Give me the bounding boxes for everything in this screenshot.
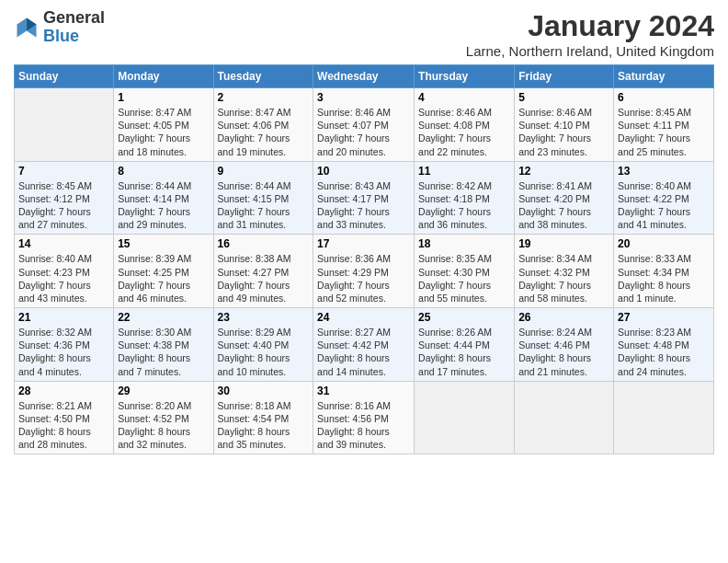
calendar-cell: 20Sunrise: 8:33 AMSunset: 4:34 PMDayligh… (614, 235, 714, 308)
logo-icon (14, 15, 40, 40)
cell-content: Sunrise: 8:29 AMSunset: 4:40 PMDaylight:… (218, 326, 310, 378)
day-number: 13 (618, 165, 710, 178)
col-saturday: Saturday (614, 65, 714, 88)
calendar-cell: 16Sunrise: 8:38 AMSunset: 4:27 PMDayligh… (213, 235, 313, 308)
day-number: 6 (618, 91, 710, 104)
calendar-cell: 11Sunrise: 8:42 AMSunset: 4:18 PMDayligh… (415, 161, 515, 235)
col-wednesday: Wednesday (313, 65, 415, 88)
day-number: 29 (118, 385, 209, 397)
calendar-cell: 29Sunrise: 8:20 AMSunset: 4:52 PMDayligh… (114, 381, 213, 454)
day-number: 7 (18, 165, 109, 178)
day-number: 24 (317, 311, 410, 324)
day-number: 28 (18, 385, 109, 397)
month-title: January 2024 (466, 9, 714, 43)
calendar-header: Sunday Monday Tuesday Wednesday Thursday… (15, 65, 714, 88)
day-number: 10 (317, 165, 410, 178)
calendar-cell: 8Sunrise: 8:44 AMSunset: 4:14 PMDaylight… (114, 161, 213, 235)
calendar-cell: 25Sunrise: 8:26 AMSunset: 4:44 PMDayligh… (415, 308, 515, 382)
col-sunday: Sunday (15, 65, 114, 88)
calendar-cell: 23Sunrise: 8:29 AMSunset: 4:40 PMDayligh… (213, 308, 313, 382)
calendar-cell (515, 381, 614, 454)
calendar-cell: 30Sunrise: 8:18 AMSunset: 4:54 PMDayligh… (213, 381, 313, 454)
cell-content: Sunrise: 8:41 AMSunset: 4:20 PMDaylight:… (518, 179, 609, 232)
day-number: 8 (118, 165, 209, 178)
cell-content: Sunrise: 8:26 AMSunset: 4:44 PMDaylight:… (418, 326, 510, 378)
day-number: 18 (418, 237, 510, 250)
day-number: 17 (317, 237, 410, 250)
cell-content: Sunrise: 8:18 AMSunset: 4:54 PMDaylight:… (218, 399, 310, 452)
day-number: 3 (317, 91, 410, 104)
cell-content: Sunrise: 8:42 AMSunset: 4:18 PMDaylight:… (418, 179, 510, 232)
calendar-cell: 9Sunrise: 8:44 AMSunset: 4:15 PMDaylight… (213, 161, 313, 235)
cell-content: Sunrise: 8:46 AMSunset: 4:07 PMDaylight:… (317, 106, 410, 158)
calendar-cell: 13Sunrise: 8:40 AMSunset: 4:22 PMDayligh… (614, 161, 714, 235)
calendar-cell: 14Sunrise: 8:40 AMSunset: 4:23 PMDayligh… (15, 235, 114, 308)
cell-content: Sunrise: 8:40 AMSunset: 4:23 PMDaylight:… (18, 252, 109, 304)
calendar-cell: 5Sunrise: 8:46 AMSunset: 4:10 PMDaylight… (515, 88, 614, 162)
day-number: 23 (218, 311, 310, 324)
cell-content: Sunrise: 8:45 AMSunset: 4:11 PMDaylight:… (618, 106, 710, 158)
calendar-cell (614, 381, 714, 454)
day-number: 27 (618, 311, 710, 324)
calendar-cell: 7Sunrise: 8:45 AMSunset: 4:12 PMDaylight… (15, 161, 114, 235)
calendar-cell: 31Sunrise: 8:16 AMSunset: 4:56 PMDayligh… (313, 381, 415, 454)
day-number: 30 (218, 385, 310, 397)
day-number: 4 (418, 91, 510, 104)
day-number: 15 (118, 237, 209, 250)
day-number: 14 (18, 237, 109, 250)
page: General Blue January 2024 Larne, Norther… (0, 0, 728, 563)
cell-content: Sunrise: 8:44 AMSunset: 4:15 PMDaylight:… (218, 179, 310, 232)
header: General Blue January 2024 Larne, Norther… (14, 9, 714, 59)
week-row-4: 21Sunrise: 8:32 AMSunset: 4:36 PMDayligh… (15, 308, 714, 382)
cell-content: Sunrise: 8:20 AMSunset: 4:52 PMDaylight:… (118, 399, 209, 452)
calendar-cell: 6Sunrise: 8:45 AMSunset: 4:11 PMDaylight… (614, 88, 714, 162)
week-row-2: 7Sunrise: 8:45 AMSunset: 4:12 PMDaylight… (15, 161, 714, 235)
calendar-body: 1Sunrise: 8:47 AMSunset: 4:05 PMDaylight… (15, 88, 714, 454)
cell-content: Sunrise: 8:39 AMSunset: 4:25 PMDaylight:… (118, 252, 209, 304)
col-tuesday: Tuesday (213, 65, 313, 88)
calendar-table: Sunday Monday Tuesday Wednesday Thursday… (14, 64, 714, 454)
cell-content: Sunrise: 8:32 AMSunset: 4:36 PMDaylight:… (18, 326, 109, 378)
calendar-cell: 2Sunrise: 8:47 AMSunset: 4:06 PMDaylight… (213, 88, 313, 162)
cell-content: Sunrise: 8:35 AMSunset: 4:30 PMDaylight:… (418, 252, 510, 304)
day-number: 20 (618, 237, 710, 250)
calendar-cell: 18Sunrise: 8:35 AMSunset: 4:30 PMDayligh… (415, 235, 515, 308)
cell-content: Sunrise: 8:47 AMSunset: 4:06 PMDaylight:… (218, 106, 310, 158)
day-number: 25 (418, 311, 510, 324)
calendar-cell: 17Sunrise: 8:36 AMSunset: 4:29 PMDayligh… (313, 235, 415, 308)
cell-content: Sunrise: 8:43 AMSunset: 4:17 PMDaylight:… (317, 179, 410, 232)
cell-content: Sunrise: 8:27 AMSunset: 4:42 PMDaylight:… (317, 326, 410, 378)
day-number: 11 (418, 165, 510, 178)
cell-content: Sunrise: 8:45 AMSunset: 4:12 PMDaylight:… (18, 179, 109, 232)
logo: General Blue (14, 9, 105, 46)
day-number: 31 (317, 385, 410, 397)
logo-blue-text: Blue (43, 28, 105, 46)
cell-content: Sunrise: 8:16 AMSunset: 4:56 PMDaylight:… (317, 399, 410, 452)
logo-text: General Blue (43, 9, 105, 46)
cell-content: Sunrise: 8:21 AMSunset: 4:50 PMDaylight:… (18, 399, 109, 452)
cell-content: Sunrise: 8:24 AMSunset: 4:46 PMDaylight:… (518, 326, 609, 378)
cell-content: Sunrise: 8:23 AMSunset: 4:48 PMDaylight:… (618, 326, 710, 378)
cell-content: Sunrise: 8:44 AMSunset: 4:14 PMDaylight:… (118, 179, 209, 232)
calendar-cell: 22Sunrise: 8:30 AMSunset: 4:38 PMDayligh… (114, 308, 213, 382)
calendar-cell: 19Sunrise: 8:34 AMSunset: 4:32 PMDayligh… (515, 235, 614, 308)
col-monday: Monday (114, 65, 213, 88)
calendar-cell: 10Sunrise: 8:43 AMSunset: 4:17 PMDayligh… (313, 161, 415, 235)
calendar-cell: 4Sunrise: 8:46 AMSunset: 4:08 PMDaylight… (415, 88, 515, 162)
calendar-cell (15, 88, 114, 162)
calendar-cell: 15Sunrise: 8:39 AMSunset: 4:25 PMDayligh… (114, 235, 213, 308)
calendar-cell: 27Sunrise: 8:23 AMSunset: 4:48 PMDayligh… (614, 308, 714, 382)
calendar-cell: 12Sunrise: 8:41 AMSunset: 4:20 PMDayligh… (515, 161, 614, 235)
week-row-5: 28Sunrise: 8:21 AMSunset: 4:50 PMDayligh… (15, 381, 714, 454)
cell-content: Sunrise: 8:46 AMSunset: 4:10 PMDaylight:… (518, 106, 609, 158)
week-row-1: 1Sunrise: 8:47 AMSunset: 4:05 PMDaylight… (15, 88, 714, 162)
day-number: 26 (518, 311, 609, 324)
day-number: 2 (218, 91, 310, 104)
logo-general-text: General (43, 9, 105, 28)
calendar-cell (415, 381, 515, 454)
cell-content: Sunrise: 8:36 AMSunset: 4:29 PMDaylight:… (317, 252, 410, 304)
calendar-cell: 21Sunrise: 8:32 AMSunset: 4:36 PMDayligh… (15, 308, 114, 382)
day-number: 1 (118, 91, 209, 104)
header-row: Sunday Monday Tuesday Wednesday Thursday… (15, 65, 714, 88)
cell-content: Sunrise: 8:30 AMSunset: 4:38 PMDaylight:… (118, 326, 209, 378)
